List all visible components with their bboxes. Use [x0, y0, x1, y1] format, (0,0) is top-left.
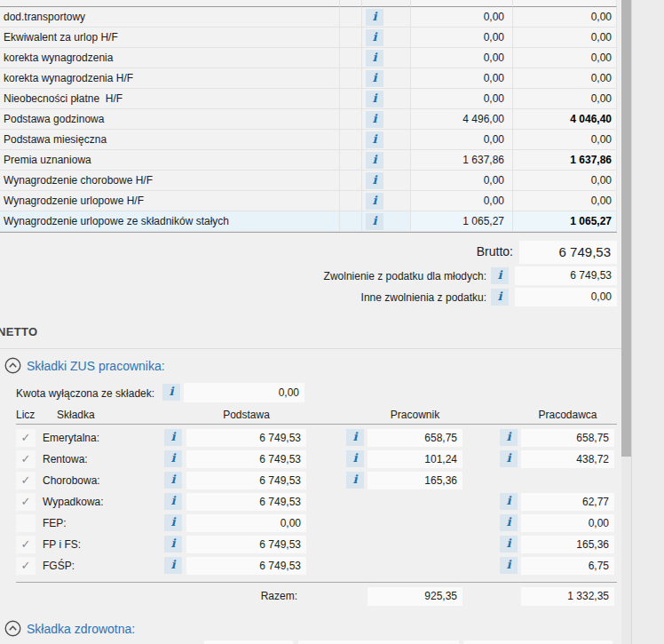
checkbox[interactable]: ✓: [16, 493, 36, 511]
zdrowotna-section-title[interactable]: Składka zdrowotna:: [27, 622, 135, 636]
zus-row: ✓ Rentowa: i 6 749,53 i 101,24 i 438,72: [0, 449, 621, 470]
info-icon[interactable]: i: [164, 429, 182, 446]
checkbox[interactable]: ✓: [16, 472, 36, 489]
table-row[interactable]: korekta wynagrodzenia i 0,00 0,00: [0, 48, 617, 68]
tax-exemption-young-field[interactable]: 6 749,53: [515, 266, 617, 285]
info-icon[interactable]: i: [366, 9, 383, 26]
other-tax-exemptions-field[interactable]: 0,00: [515, 288, 617, 306]
table-row[interactable]: dod.transportowy i 0,00 0,00: [0, 7, 617, 28]
row-label: dod.transportowy: [0, 7, 340, 28]
zus-row: ✓ FP i FS: i 6 749,53 i 165,36: [0, 534, 621, 555]
info-icon[interactable]: i: [500, 514, 518, 531]
table-row[interactable]: Nieobecności płatne H/F i 0,00 0,00: [0, 89, 617, 109]
table-row[interactable]: Ekwiwalent za urlop H/F i 0,00 0,00: [0, 28, 617, 48]
podstawa-field[interactable]: 6 749,53: [186, 429, 306, 447]
row-value-1: 0,00: [411, 171, 513, 191]
row-value-2: 0,00: [513, 7, 617, 28]
podstawa-field[interactable]: 6 749,53: [186, 536, 306, 553]
razem-pracownik-field: 925,35: [368, 587, 462, 606]
zus-row: ✓ Chorobowa: i 6 749,53 i 165,36: [0, 470, 621, 491]
row-value-2: 1 065,27: [513, 211, 617, 232]
info-icon[interactable]: i: [366, 29, 383, 46]
razem-pracodawca-field: 1 332,35: [521, 587, 614, 606]
info-icon[interactable]: i: [164, 493, 182, 510]
info-icon[interactable]: i: [500, 429, 518, 446]
info-icon[interactable]: i: [366, 213, 383, 230]
info-icon[interactable]: i: [366, 50, 383, 67]
salary-components-table: dod.transportowy i 0,00 0,00 Ekwiwalent …: [0, 0, 617, 232]
pracodawca-field[interactable]: 438,72: [521, 450, 614, 468]
info-icon[interactable]: i: [366, 152, 383, 169]
info-icon[interactable]: i: [164, 514, 182, 531]
checkbox[interactable]: ✓: [16, 429, 36, 447]
right-side-panel: [631, 0, 664, 644]
info-icon[interactable]: i: [366, 193, 383, 210]
header-rule: [16, 424, 617, 425]
table-row[interactable]: Podstawa godzinowa i 4 496,00 4 046,40: [0, 109, 617, 130]
pracodawca-field[interactable]: 0,00: [521, 514, 614, 532]
zus-row: ✓ FGŚP: i 6 749,53 i 6,75: [0, 555, 621, 576]
pracodawca-field[interactable]: 165,36: [521, 536, 614, 553]
table-row[interactable]: Wynagrodzenie urlopowe ze składników sta…: [0, 211, 617, 232]
info-icon[interactable]: i: [164, 536, 182, 553]
info-icon[interactable]: i: [366, 172, 383, 189]
zus-row: ✓ Emerytalna: i 6 749,53 i 658,75 i 658,…: [0, 427, 621, 449]
info-icon[interactable]: i: [500, 557, 518, 574]
column-header-skladka: Składka: [57, 409, 95, 421]
zus-row: ✓ Wypadkowa: i 6 749,53 i 62,77: [0, 491, 621, 513]
info-icon[interactable]: i: [500, 493, 518, 510]
row-label: Wynagrodzenie urlopowe H/F: [0, 191, 340, 211]
pracownik-field[interactable]: 658,75: [368, 429, 462, 447]
info-icon[interactable]: i: [366, 111, 383, 128]
info-icon[interactable]: i: [491, 267, 509, 284]
column-header-pracodawca: Pracodawca: [521, 409, 614, 421]
field-top-sliver: [298, 640, 459, 644]
collapse-chevron-up-icon[interactable]: [4, 357, 21, 374]
excluded-amount-field[interactable]: 0,00: [184, 383, 304, 402]
contribution-name: Emerytalna:: [43, 427, 99, 449]
info-icon[interactable]: i: [164, 472, 182, 489]
podstawa-field[interactable]: 0,00: [186, 514, 306, 532]
table-row[interactable]: korekta wynagrodzenia H/F i 0,00 0,00: [0, 68, 617, 89]
info-icon[interactable]: i: [162, 384, 180, 401]
scrollbar-thumb[interactable]: [621, 0, 631, 457]
info-icon[interactable]: i: [164, 450, 182, 467]
info-icon[interactable]: i: [491, 289, 509, 306]
row-value-1: 0,00: [411, 130, 513, 150]
podstawa-field[interactable]: 6 749,53: [186, 493, 306, 511]
zus-section-title[interactable]: Składki ZUS pracownika:: [27, 359, 165, 373]
info-icon[interactable]: i: [164, 557, 182, 574]
collapse-chevron-up-icon[interactable]: [4, 620, 21, 637]
row-value-1: 0,00: [411, 89, 513, 109]
column-header-licz: Licz: [16, 409, 35, 421]
pracownik-field[interactable]: 165,36: [368, 472, 462, 489]
info-icon[interactable]: i: [346, 472, 364, 489]
checkbox[interactable]: ✓: [16, 450, 36, 468]
info-icon[interactable]: i: [366, 70, 383, 87]
pracodawca-field[interactable]: 6,75: [521, 557, 614, 575]
checkbox[interactable]: [16, 514, 36, 532]
row-label: Wynagrodzenie chorobowe H/F: [0, 171, 340, 191]
pracownik-field[interactable]: 101,24: [368, 450, 462, 468]
row-value-1: 1 065,27: [411, 211, 513, 232]
info-icon[interactable]: i: [346, 450, 364, 467]
table-row[interactable]: Wynagrodzenie chorobowe H/F i 0,00 0,00: [0, 171, 617, 191]
pracodawca-field[interactable]: 62,77: [521, 493, 614, 511]
pracodawca-field[interactable]: 658,75: [521, 429, 614, 447]
checkbox[interactable]: ✓: [16, 557, 36, 575]
podstawa-field[interactable]: 6 749,53: [186, 450, 306, 468]
podstawa-field[interactable]: 6 749,53: [186, 472, 306, 489]
table-row[interactable]: Wynagrodzenie urlopowe H/F i 0,00 0,00: [0, 191, 617, 211]
info-icon[interactable]: i: [346, 429, 364, 446]
info-icon[interactable]: i: [366, 91, 383, 107]
info-icon[interactable]: i: [366, 131, 383, 148]
checkbox[interactable]: ✓: [16, 536, 36, 553]
row-value-2: 0,00: [513, 89, 617, 109]
table-row[interactable]: Premia uznaniowa i 1 637,86 1 637,86: [0, 150, 617, 171]
table-row[interactable]: Podstawa miesięczna i 0,00 0,00: [0, 130, 617, 150]
row-value-2: 0,00: [513, 68, 617, 89]
podstawa-field[interactable]: 6 749,53: [186, 557, 306, 575]
info-icon[interactable]: i: [500, 536, 518, 553]
contribution-name: Chorobowa:: [43, 470, 100, 491]
info-icon[interactable]: i: [500, 450, 518, 467]
